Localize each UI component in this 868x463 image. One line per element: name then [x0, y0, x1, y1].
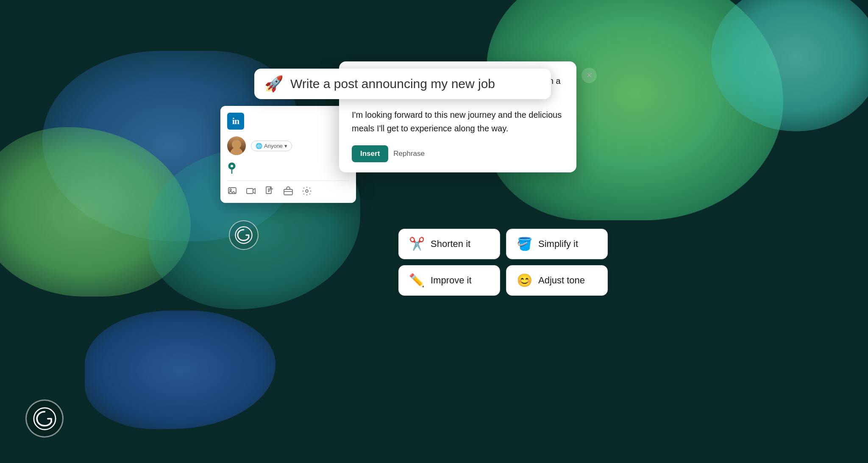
insert-button[interactable]: Insert	[352, 145, 388, 162]
post-pin-icon	[227, 162, 349, 175]
prompt-emoji: 🚀	[264, 76, 284, 91]
shorten-button[interactable]: ✂️ Shorten it	[398, 229, 500, 259]
linkedin-header: in	[227, 113, 349, 130]
linkedin-toolbar	[227, 180, 349, 196]
adjust-tone-label: Adjust tone	[538, 275, 585, 286]
improve-label: Improve it	[431, 275, 472, 286]
svg-point-11	[306, 190, 308, 192]
adjust-tone-button[interactable]: 😊 Adjust tone	[506, 265, 608, 296]
avatar-body	[230, 147, 243, 155]
grammarly-logo-main-icon	[33, 407, 56, 430]
svg-point-6	[230, 189, 231, 191]
image-icon[interactable]	[227, 186, 237, 196]
audience-label: Anyone	[264, 143, 283, 149]
shorten-icon: ✂️	[409, 238, 425, 250]
linkedin-user-row: 🌐 Anyone ▾	[227, 136, 349, 155]
briefcase-icon[interactable]	[283, 186, 293, 196]
settings-icon[interactable]	[302, 186, 312, 196]
grammarly-logo-floating-icon	[235, 226, 253, 244]
improve-icon: ✏️	[409, 274, 425, 287]
prompt-bar: 🚀 Write a post announcing my new job	[254, 69, 551, 99]
linkedin-icon: in	[227, 113, 244, 130]
simplify-label: Simplify it	[538, 238, 578, 250]
svg-rect-7	[247, 189, 253, 194]
video-icon[interactable]	[246, 186, 256, 196]
close-button[interactable]: ✕	[581, 68, 597, 83]
simplify-icon: 🪣	[517, 238, 532, 250]
svg-point-4	[231, 165, 233, 167]
response-paragraph-2: I'm looking forward to this new journey …	[352, 108, 564, 135]
audience-selector[interactable]: 🌐 Anyone ▾	[251, 141, 292, 151]
linkedin-panel: in 🌐 Anyone ▾	[220, 106, 356, 203]
avatar	[227, 136, 246, 155]
simplify-button[interactable]: 🪣 Simplify it	[506, 229, 608, 259]
grammarly-logo-main	[25, 399, 64, 438]
response-actions: Insert Rephrase	[352, 145, 564, 162]
svg-rect-9	[284, 189, 292, 195]
chevron-down-icon: ▾	[284, 143, 287, 149]
shorten-label: Shorten it	[431, 238, 470, 250]
document-icon[interactable]	[264, 186, 275, 196]
improve-button[interactable]: ✏️ Improve it	[398, 265, 500, 296]
adjust-tone-icon: 😊	[517, 274, 532, 287]
grammarly-logo-floating	[229, 220, 259, 250]
suggestions-grid: ✂️ Shorten it 🪣 Simplify it ✏️ Improve i…	[398, 229, 608, 296]
bg-blob-blue-bottom-left	[85, 311, 275, 429]
rephrase-button[interactable]: Rephrase	[393, 150, 425, 158]
globe-icon: 🌐	[256, 143, 262, 149]
prompt-text: Write a post announcing my new job	[290, 77, 495, 91]
